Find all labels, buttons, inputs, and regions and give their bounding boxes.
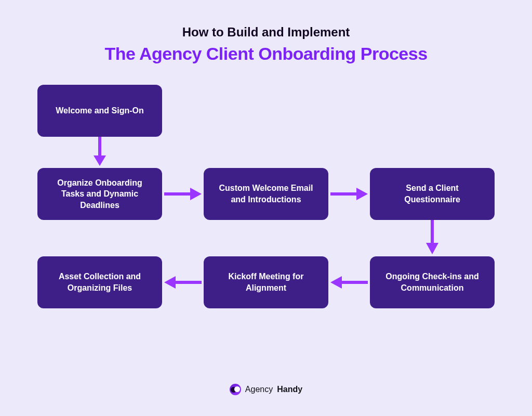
arrow-left-1 xyxy=(330,276,368,289)
node-ongoing-checkins: Ongoing Check-ins and Communication xyxy=(370,256,495,308)
svg-rect-2 xyxy=(164,192,191,196)
arrow-down-icon xyxy=(94,137,106,166)
arrow-down-1 xyxy=(94,137,106,166)
brand-word-2: Handy xyxy=(277,385,302,394)
brand-logo-icon xyxy=(230,384,241,395)
node-asset-collection: Asset Collection and Organizing Files xyxy=(37,256,162,308)
svg-marker-7 xyxy=(426,243,438,254)
arrow-left-icon xyxy=(164,276,202,289)
footer-brand: Agency Handy xyxy=(0,384,532,395)
flow-diagram: Welcome and Sign-On Organize Onboarding … xyxy=(0,64,532,376)
svg-marker-9 xyxy=(330,276,342,289)
arrow-left-icon xyxy=(330,276,368,289)
node-label: Organize Onboarding Tasks and Dynamic De… xyxy=(47,177,153,211)
arrow-right-2 xyxy=(330,188,368,200)
arrow-right-1 xyxy=(164,188,202,200)
node-label: Ongoing Check-ins and Communication xyxy=(379,271,485,293)
svg-rect-0 xyxy=(98,137,101,157)
node-client-questionnaire: Send a Client Questionnaire xyxy=(370,168,495,220)
node-label: Send a Client Questionnaire xyxy=(379,183,485,205)
svg-rect-10 xyxy=(175,281,202,284)
svg-rect-4 xyxy=(330,192,357,196)
title-line-2: The Agency Client Onboarding Process xyxy=(0,44,532,64)
svg-marker-3 xyxy=(190,188,202,200)
node-welcome-signon: Welcome and Sign-On xyxy=(37,85,162,137)
node-label: Custom Welcome Email and Introductions xyxy=(213,183,319,205)
arrow-down-2 xyxy=(426,220,438,254)
svg-marker-11 xyxy=(164,276,176,289)
brand-word-1: Agency xyxy=(245,385,273,394)
arrow-right-icon xyxy=(164,188,202,200)
svg-rect-6 xyxy=(431,220,434,244)
node-label: Kickoff Meeting for Alignment xyxy=(213,271,319,293)
arrow-down-icon xyxy=(426,220,438,254)
title-line-1: How to Build and Implement xyxy=(0,25,532,40)
node-organize-tasks: Organize Onboarding Tasks and Dynamic De… xyxy=(37,168,162,220)
svg-rect-8 xyxy=(341,281,368,284)
arrow-left-2 xyxy=(164,276,202,289)
node-kickoff-meeting: Kickoff Meeting for Alignment xyxy=(204,256,328,308)
svg-marker-1 xyxy=(94,155,106,166)
node-label: Welcome and Sign-On xyxy=(56,105,144,116)
arrow-right-icon xyxy=(330,188,368,200)
title-block: How to Build and Implement The Agency Cl… xyxy=(0,0,532,64)
node-label: Asset Collection and Organizing Files xyxy=(47,271,153,293)
svg-marker-5 xyxy=(356,188,368,200)
node-welcome-email: Custom Welcome Email and Introductions xyxy=(204,168,328,220)
